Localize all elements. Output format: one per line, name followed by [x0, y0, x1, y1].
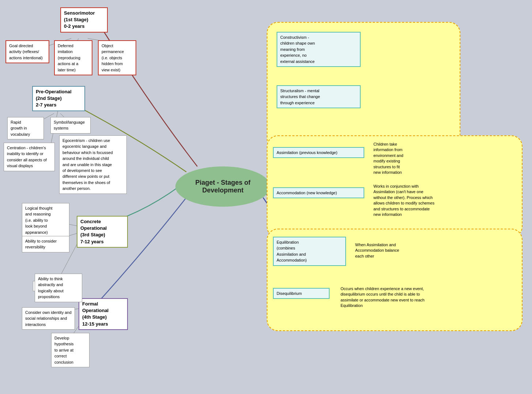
concrete-label: ConcreteOperational(3rd Stage)7-12 years: [80, 219, 107, 244]
equilibration-desc: When Assimilation andAccommodation balan…: [355, 242, 436, 259]
constructivism-box: Constructivism -children shape ownmeanin…: [277, 32, 361, 67]
logical-box: Logical thoughtand reasoning(i.e. abilit…: [22, 203, 69, 237]
accommodation-title: Accommodation (new knowledge): [277, 191, 337, 195]
identity-text: Consider own identity andsocial relation…: [25, 310, 72, 327]
svg-line-4: [60, 113, 64, 117]
abstract-text: Ability to thinkabstractly andlogically …: [38, 277, 64, 299]
identity-box: Consider own identity andsocial relation…: [22, 307, 75, 330]
centration-text: Centration - children'sinability to iden…: [7, 146, 47, 168]
hypothesis-text: Develophypothesisto arrive atcorrectconc…: [54, 336, 74, 364]
logical-text: Logical thoughtand reasoning(i.e. abilit…: [25, 206, 53, 234]
middle-right-cloud: Assimilation (previous knowledge) Childr…: [267, 135, 522, 238]
equilibration-box: Equilibration(combinesAssimilation andAc…: [273, 237, 346, 266]
rapid-growth-box: Rapidgrowth invocabulary: [7, 117, 44, 139]
constructivism-text: Constructivism -children shape ownmeanin…: [280, 35, 315, 64]
bottom-right-cloud: Equilibration(combinesAssimilation andAc…: [267, 229, 522, 331]
assimilation-desc: Children takeinformation fromenvironment…: [373, 142, 441, 175]
deferred-text: Deferredimitation(reproducingactions at …: [58, 44, 80, 72]
pre-operational-label: Pre-Operational(2nd Stage)2-7 years: [36, 89, 72, 108]
assimilation-box: Assimilation (previous knowledge): [273, 147, 364, 158]
reversibility-box: Ability to considerreversibility: [22, 236, 69, 252]
object-perm-box: Objectpermanence(i.e. objectshidden from…: [98, 40, 136, 75]
abstract-think-box: Ability to thinkabstractly andlogically …: [35, 274, 82, 302]
structuralism-box: Structuralism - mentalstructures that ch…: [277, 85, 361, 108]
disequilibrium-title: Disequilibrium: [277, 291, 302, 296]
assimilation-title: Assimilation (previous knowledge): [277, 150, 337, 155]
hypothesis-box: Develophypothesisto arrive atcorrectconc…: [51, 333, 90, 367]
accommodation-desc: Works in conjunction withAssimilation (c…: [373, 184, 461, 217]
rapid-growth-text: Rapidgrowth invocabulary: [11, 120, 30, 136]
pre-operational-stage: Pre-Operational(2nd Stage)2-7 years: [32, 86, 85, 111]
disequilibrium-desc: Occurs when children experience a new ev…: [341, 286, 454, 309]
goal-directed-text: Goal directedactivity (reflexes/actions …: [9, 44, 43, 60]
symbol-text: Symbol/languagesystems: [54, 120, 85, 130]
egocentrism-text: Egocentrism - children useegocentric lan…: [62, 138, 113, 191]
structuralism-text: Structuralism - mentalstructures that ch…: [280, 89, 320, 105]
equilibration-title: Equilibration(combinesAssimilation andAc…: [277, 240, 307, 262]
center-title: Piaget - Stages of Development: [175, 179, 270, 194]
egocentrism-box: Egocentrism - children useegocentric lan…: [59, 135, 127, 194]
centration-box: Centration - children'sinability to iden…: [4, 143, 55, 171]
accommodation-box: Accommodation (new knowledge): [273, 187, 364, 198]
formal-stage: FormalOperational(4th Stage)12-15 years: [79, 298, 128, 330]
sensorimotor-stage: Sensorimotor(1st Stage)0-2 years: [60, 7, 108, 33]
concrete-stage: ConcreteOperational(3rd Stage)7-12 years: [77, 216, 128, 248]
formal-label: FormalOperational(4th Stage)12-15 years: [82, 301, 109, 327]
disequilibrium-box: Disequilibrium: [273, 288, 330, 299]
goal-directed-box: Goal directedactivity (reflexes/actions …: [5, 40, 49, 63]
sensorimotor-label: Sensorimotor(1st Stage)0-2 years: [64, 10, 95, 29]
symbol-box: Symbol/languagesystems: [50, 117, 91, 134]
center-node: Piaget - Stages of Development: [175, 166, 270, 207]
object-perm-text: Objectpermanence(i.e. objectshidden from…: [102, 44, 124, 72]
deferred-box: Deferredimitation(reproducingactions at …: [54, 40, 92, 75]
top-right-cloud: Constructivism -children shape ownmeanin…: [267, 22, 460, 150]
reversibility-text: Ability to considerreversibility: [25, 239, 57, 249]
